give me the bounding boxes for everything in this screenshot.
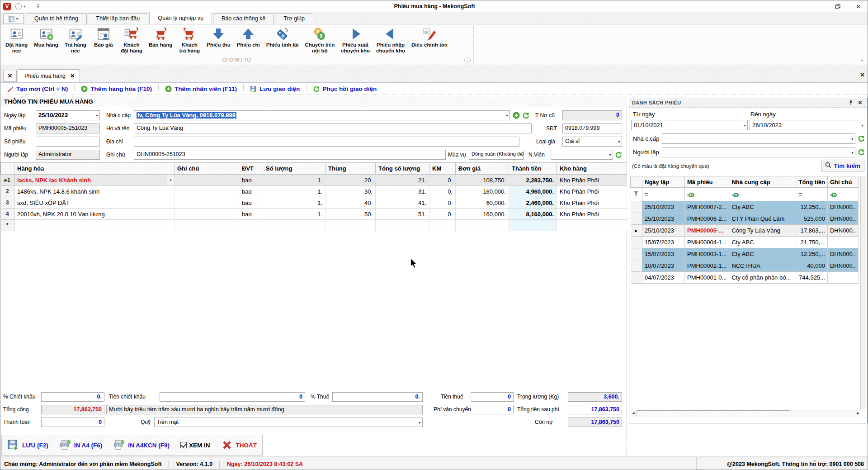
items-cell[interactable] [376,220,429,231]
action-link[interactable]: Thêm nhân viên (F11) [158,84,243,93]
pin-icon[interactable] [848,100,854,107]
voucher-cell[interactable]: PMH00004-1... [685,237,729,248]
so-phieu-field[interactable] [36,137,100,147]
ribbon-tab[interactable]: Trợ giúp [275,13,313,24]
items-cell[interactable] [263,220,326,231]
ribbon-item[interactable]: €$Chuyển tiền nội bộ [302,26,338,57]
ho-ten-field[interactable]: Công Ty Lúa Vàng [134,123,532,133]
vertical-scrollbar[interactable] [860,176,866,409]
voucher-cell[interactable]: Cty ABC [729,248,796,260]
items-cell[interactable] [175,186,239,197]
close-button[interactable]: ✕ [848,0,868,12]
refresh-supplier-icon[interactable] [522,112,529,119]
tu-ngay-field[interactable]: 01/10/2021▼ [631,120,748,130]
abc-filter-icon[interactable]: aBc [827,188,858,201]
items-cell[interactable]: 108,750. [456,175,509,186]
chevron-down-icon[interactable]: ▼ [618,140,621,143]
voucher-cell[interactable]: 525,000 [796,213,828,225]
voucher-cell[interactable]: DHN000.. [827,213,858,225]
ribbon-tab[interactable]: Quản lý nghiệp vụ [149,12,212,24]
voucher-row[interactable]: ▸25/10/2023PMH00005-...Công Ty Lúa Vàng1… [631,225,859,237]
voucher-cell[interactable]: PMH00006-2... [685,213,729,225]
xem-in-checkbox[interactable]: XEM IN [180,442,210,449]
voucher-row[interactable]: 10/07/2023PMH00002-1...NCCTHUA40,000DHN0… [631,260,859,272]
abc-filter-icon[interactable]: aBc [729,188,796,201]
abc-filter-icon[interactable]: aBc [685,188,729,201]
panel-column-header[interactable]: Ghi chú [827,176,858,188]
voucher-cell[interactable]: PMH00002-1... [685,260,729,272]
action-link[interactable]: Tạo mới (Ctrl + N) [0,84,74,93]
chevron-down-icon[interactable]: ▼ [609,153,612,157]
chevron-down-icon[interactable]: ▼ [167,175,174,185]
nguoi-lap-field[interactable]: Administrator [36,150,100,160]
nha-cc-combo[interactable]: lv, Công Ty Lúa Vàng, 0918.079.999▼ [134,110,510,120]
items-cell[interactable]: 41. [376,197,429,209]
scroll-left-icon[interactable]: ◄ [630,411,637,415]
items-cell[interactable]: 0. [429,186,456,197]
voucher-cell[interactable]: 21,750,... [796,237,828,248]
thanh-toan-field[interactable]: 0 [41,418,104,427]
items-new-row[interactable]: * [1,220,627,231]
voucher-cell[interactable]: NCCTHUA [729,260,796,272]
loai-gia-combo[interactable]: Giá sỉ▼ [562,137,622,147]
items-cell[interactable]: 0. [429,209,456,220]
ribbon-item[interactable]: Bán hàng [146,26,175,57]
voucher-cell[interactable]: 12,250,... [796,201,828,213]
ribbon-collapse-icon[interactable]: ⌃ [860,59,864,64]
items-cell[interactable]: 21. [376,175,429,186]
checkbox-icon[interactable] [180,442,187,448]
tien-thue-field[interactable]: 0 [471,392,514,402]
exit-button[interactable]: THOÁT [221,439,257,451]
voucher-cell[interactable]: Cty ABC [729,201,796,213]
items-cell[interactable]: Kho Phân Phối [557,209,627,220]
refresh-icon[interactable] [858,135,865,142]
items-column-header[interactable]: Ghi chú [175,163,239,175]
ribbon-tab[interactable]: Thiết lập ban đầu [88,13,149,24]
horizontal-scrollbar[interactable]: ◄ ► [630,409,861,417]
items-column-header[interactable]: Đơn giá [456,163,509,175]
voucher-cell[interactable]: PMH00001-0... [685,272,729,284]
voucher-cell[interactable]: 40,000 [796,260,828,272]
items-column-header[interactable]: ĐVT [239,163,263,175]
quy-combo[interactable]: Tiền mặt▼ [154,418,423,427]
sdt-field[interactable]: 0918.079.999 [562,123,622,133]
items-cell[interactable]: 0. [429,197,456,209]
voucher-cell[interactable]: 17,863,... [796,225,828,237]
items-cell[interactable]: 1. [263,197,326,209]
items-row[interactable]: 420010vh, NPK 20.0.10 Vạn Hưngbao1.50.51… [1,209,627,220]
phi-vc-field[interactable]: 0 [471,405,514,414]
tabstrip-close-icon[interactable]: ✕ [860,71,865,78]
items-cell[interactable]: bao [239,197,263,209]
ribbon-item[interactable]: Phiếu chi [234,26,263,57]
items-column-header[interactable]: KM [429,163,456,175]
voucher-cell[interactable]: PMH00003-1... [685,248,729,260]
items-cell[interactable]: 40. [326,197,376,209]
action-link[interactable]: Thêm hàng hóa (F10) [74,84,158,93]
dia-chi-field[interactable] [134,137,519,147]
voucher-cell[interactable]: PMH00007-2... [685,201,729,213]
ribbon-item[interactable]: Trả hàng ncc [61,26,90,57]
document-tab[interactable]: Phiếu mua hàng✕ [18,69,80,82]
items-cell[interactable]: 60,000. [456,197,509,209]
voucher-row[interactable]: 15/07/2023PMH00004-1...Cty ABC21,750,... [631,237,859,248]
items-row[interactable]: 3sxđ, SIÊU xỐP ĐẤTbao1.40.41.0.60,000.2,… [1,197,627,209]
items-column-header[interactable]: Số lượng [263,163,326,175]
action-link[interactable]: Phục hồi giao diện [306,84,383,93]
chevron-down-icon[interactable]: ▼ [519,153,523,157]
quick-access-icon[interactable] [15,3,22,9]
pct-thue-field[interactable]: 0. [332,392,423,402]
items-cell[interactable]: 50. [326,209,376,220]
ribbon-item[interactable]: Khách trả hàng [175,26,203,57]
items-column-header[interactable]: Hàng hóa [14,163,175,175]
ribbon-item[interactable]: Phiếu xuất chuyển kho [338,26,373,57]
ribbon-item[interactable]: Khách đặt hàng [118,26,146,57]
items-cell[interactable] [456,220,509,231]
items-column-header[interactable]: Tổng số lượng [376,163,429,175]
items-cell[interactable]: Kho Phân Phối [557,186,627,197]
voucher-grid[interactable]: Ngày lậpMã phiếuNhà cung cấpTổng tiềnGhi… [630,176,859,284]
items-cell[interactable] [326,220,376,231]
ribbon-item[interactable]: Mua hàng [31,26,61,57]
print-a4kcn-button[interactable]: ?IN A4KCN (F9) [113,439,170,451]
items-cell[interactable]: 20. [326,175,376,186]
group-options-button[interactable]: ⌄ [464,57,471,63]
